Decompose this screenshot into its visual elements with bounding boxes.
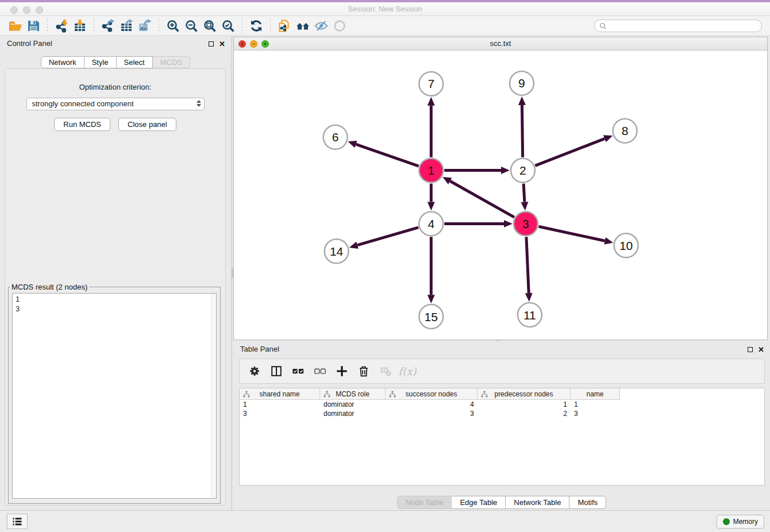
delete-row-icon[interactable] bbox=[355, 362, 373, 380]
graph-node-7[interactable]: 7 bbox=[419, 72, 443, 96]
zoom-window-button[interactable] bbox=[36, 6, 43, 14]
graph-node-14[interactable]: 14 bbox=[325, 239, 349, 263]
graph-node-10[interactable]: 10 bbox=[614, 233, 638, 257]
tab-mcds[interactable]: MCDS bbox=[153, 56, 190, 68]
open-session-icon[interactable] bbox=[6, 17, 24, 34]
memory-button[interactable]: Memory bbox=[717, 515, 764, 529]
table-cell[interactable]: 3 bbox=[571, 409, 620, 418]
control-panel-tabs: NetworkStyleSelectMCDS bbox=[0, 56, 231, 68]
add-row-icon[interactable] bbox=[333, 362, 351, 380]
save-session-icon[interactable] bbox=[24, 17, 43, 34]
minimize-window-button[interactable] bbox=[23, 6, 30, 14]
export-image-icon[interactable] bbox=[136, 17, 154, 34]
table-settings-icon[interactable] bbox=[245, 362, 264, 380]
deselect-all-rows-icon[interactable] bbox=[311, 362, 329, 380]
table-cell[interactable]: 1 bbox=[478, 400, 571, 409]
network-close-button[interactable]: x bbox=[238, 40, 246, 48]
tab-style[interactable]: Style bbox=[84, 56, 117, 68]
import-table-icon[interactable] bbox=[71, 17, 89, 34]
column-header-mcds-role[interactable]: MCDS role bbox=[320, 388, 386, 400]
run-mcds-button[interactable]: Run MCDS bbox=[54, 118, 110, 131]
graph-node-4[interactable]: 4 bbox=[419, 211, 443, 236]
graph-node-11[interactable]: 11 bbox=[518, 303, 542, 327]
table-cell[interactable]: dominator bbox=[320, 409, 386, 418]
close-panel-icon[interactable]: ✕ bbox=[219, 40, 225, 48]
graph-edge-2-9[interactable] bbox=[522, 105, 522, 157]
import-network-icon[interactable] bbox=[52, 17, 71, 34]
tab-select[interactable]: Select bbox=[117, 56, 153, 68]
mcds-result-group: MCDS result (2 nodes) 13 bbox=[8, 283, 221, 504]
table-tab-node-table[interactable]: Node Table bbox=[397, 496, 452, 509]
task-history-button[interactable] bbox=[7, 514, 28, 529]
graph-edge-3-11[interactable] bbox=[526, 237, 529, 293]
graph-node-6[interactable]: 6 bbox=[324, 125, 348, 149]
duplicate-network-icon[interactable] bbox=[275, 17, 294, 34]
close-window-button[interactable] bbox=[10, 6, 18, 14]
table-cell[interactable]: 2 bbox=[478, 409, 571, 418]
table-tab-network-table[interactable]: Network Table bbox=[506, 496, 569, 509]
zoom-in-icon[interactable] bbox=[164, 17, 182, 34]
graph-node-3[interactable]: 3 bbox=[514, 211, 538, 236]
table-cell[interactable]: 1 bbox=[240, 400, 320, 409]
zoom-selected-icon[interactable] bbox=[219, 17, 237, 34]
function-builder-icon[interactable]: f(x) bbox=[398, 362, 417, 380]
network-graph[interactable]: 1234678910111415 bbox=[234, 51, 767, 340]
graph-edge-1-6[interactable] bbox=[356, 144, 418, 166]
search-box[interactable] bbox=[594, 20, 762, 32]
table-tab-motifs[interactable]: Motifs bbox=[569, 496, 606, 509]
column-header-successor-nodes[interactable]: successor nodes bbox=[386, 388, 478, 400]
graph-node-2[interactable]: 2 bbox=[511, 159, 535, 183]
close-panel-button[interactable]: Close panel bbox=[118, 118, 176, 131]
graph-edge-2-8[interactable] bbox=[535, 138, 605, 165]
table-row[interactable]: 3dominator323 bbox=[240, 409, 764, 418]
table-cell[interactable]: 4 bbox=[386, 400, 478, 409]
zoom-out-icon[interactable] bbox=[182, 17, 201, 34]
table-cell[interactable]: dominator bbox=[320, 400, 386, 409]
table-cell[interactable]: 1 bbox=[571, 400, 620, 409]
float-panel-icon[interactable] bbox=[209, 41, 214, 47]
function-builder-icon: f(x) bbox=[399, 365, 417, 377]
export-network-icon[interactable] bbox=[99, 17, 117, 34]
network-window-titlebar[interactable]: x – + scc.txt bbox=[234, 37, 767, 51]
select-all-rows-icon[interactable] bbox=[289, 362, 307, 380]
table-row[interactable]: 1dominator411 bbox=[240, 400, 764, 409]
graph-edge-4-14[interactable] bbox=[357, 228, 418, 245]
column-header-name[interactable]: name bbox=[571, 388, 620, 400]
network-minimize-button[interactable]: – bbox=[250, 40, 257, 48]
export-table-icon[interactable] bbox=[117, 17, 136, 34]
first-neighbors-icon[interactable] bbox=[294, 17, 312, 34]
node-table[interactable]: shared nameMCDS rolesuccessor nodesprede… bbox=[239, 388, 765, 485]
export-image-icon bbox=[138, 19, 152, 33]
graph-edge-3-1[interactable] bbox=[450, 181, 514, 217]
network-canvas[interactable]: 1234678910111415 bbox=[234, 51, 767, 340]
delete-table-icon[interactable] bbox=[376, 362, 395, 380]
table-cell[interactable]: 3 bbox=[240, 409, 320, 418]
network-title: scc.txt bbox=[234, 37, 767, 50]
table-tab-edge-table[interactable]: Edge Table bbox=[452, 496, 506, 509]
network-maximize-button[interactable]: + bbox=[261, 40, 269, 48]
graph-edge-3-10[interactable] bbox=[538, 226, 605, 241]
close-table-panel-icon[interactable]: ✕ bbox=[758, 346, 764, 353]
refresh-icon[interactable] bbox=[247, 17, 265, 34]
zoom-fit-icon[interactable] bbox=[201, 17, 219, 34]
control-panel-title: Control Panel bbox=[7, 39, 52, 48]
graph-node-9[interactable]: 9 bbox=[510, 71, 534, 95]
table-cell[interactable]: 3 bbox=[386, 409, 478, 418]
graph-node-8[interactable]: 8 bbox=[613, 119, 637, 143]
show-all-icon[interactable] bbox=[330, 17, 349, 34]
result-scrollbar[interactable] bbox=[211, 294, 216, 498]
column-header-predecessor-nodes[interactable]: predecessor nodes bbox=[478, 388, 571, 400]
graph-edge-2-3[interactable] bbox=[523, 184, 525, 202]
optimization-criterion-select[interactable]: strongly connected component bbox=[26, 98, 205, 110]
column-visibility-icon[interactable] bbox=[267, 362, 286, 380]
search-input[interactable] bbox=[607, 22, 761, 30]
import-network-icon bbox=[55, 19, 68, 33]
mcds-result-list[interactable]: 13 bbox=[12, 293, 217, 499]
column-header-shared-name[interactable]: shared name bbox=[240, 388, 320, 400]
float-table-panel-icon[interactable] bbox=[748, 347, 753, 352]
control-panel-header: Control Panel ✕ bbox=[0, 36, 231, 52]
graph-node-15[interactable]: 15 bbox=[419, 304, 443, 329]
tab-network[interactable]: Network bbox=[41, 56, 84, 68]
hide-selected-icon[interactable] bbox=[312, 17, 330, 34]
graph-node-1[interactable]: 1 bbox=[419, 159, 443, 183]
